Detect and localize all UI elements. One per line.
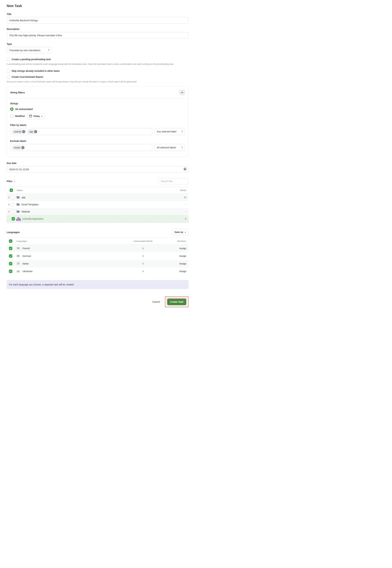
cost-estimate-checkbox-label[interactable]: Create Cost Estimate Report bbox=[12, 76, 43, 78]
cost-estimate-helper-text: Once you create a task, a Cost Estimate … bbox=[7, 80, 189, 83]
members-column-header: Members bbox=[166, 240, 186, 242]
language-code-badge: IT bbox=[16, 262, 20, 265]
language-untranslated-words: 6 bbox=[120, 247, 166, 250]
modified-radio-label[interactable]: Modified bbox=[15, 115, 25, 117]
search-files-input[interactable] bbox=[158, 178, 189, 184]
language-untranslated-words: 9 bbox=[120, 255, 166, 257]
filter-labels-input[interactable]: android app bbox=[10, 128, 152, 135]
language-code-badge: DE bbox=[16, 255, 20, 258]
string-filters-panel: String filters Strings All untranslated … bbox=[7, 86, 189, 157]
cost-estimate-checkbox[interactable] bbox=[7, 75, 10, 79]
language-checkbox[interactable] bbox=[9, 270, 12, 273]
collapse-panel-button[interactable] bbox=[179, 89, 185, 95]
remove-label-icon[interactable] bbox=[34, 130, 37, 133]
create-task-button[interactable]: Create Task bbox=[167, 299, 186, 305]
label-chip-text: emails bbox=[14, 146, 20, 149]
language-checkbox[interactable] bbox=[9, 247, 12, 250]
title-field-group: Title bbox=[7, 13, 189, 23]
file-row: app 45 bbox=[7, 194, 189, 201]
file-checkbox[interactable] bbox=[11, 203, 14, 206]
expand-folder-icon[interactable] bbox=[8, 211, 11, 213]
folder-icon bbox=[17, 203, 20, 206]
file-checkbox[interactable] bbox=[11, 196, 14, 199]
languages-title: Languages bbox=[7, 231, 20, 233]
json-format-badge: JSON bbox=[16, 219, 21, 221]
proofreading-checkbox[interactable] bbox=[7, 58, 10, 61]
type-select-value: Translate by own translators bbox=[9, 49, 40, 52]
file-words: 45 bbox=[184, 196, 186, 199]
type-label: Type bbox=[7, 43, 189, 45]
description-input[interactable] bbox=[7, 32, 189, 38]
file-name: Email Templates bbox=[22, 203, 39, 206]
save-as-button[interactable]: Save as bbox=[172, 229, 189, 235]
string-filters-body: Strings All untranslated Modified Today bbox=[7, 99, 188, 157]
exclude-labels-block: Exclude labels emails All selected label… bbox=[10, 140, 185, 151]
type-select[interactable]: Translate by own translators bbox=[7, 47, 52, 53]
filter-labels-mode-select[interactable]: Any selected label bbox=[154, 128, 185, 135]
proofreading-helper-text: A proofreading task will be created for … bbox=[7, 63, 189, 66]
assign-link[interactable]: Assign bbox=[179, 255, 186, 257]
remove-label-icon[interactable] bbox=[22, 130, 25, 133]
languages-info-banner: For each language you choose, a separate… bbox=[7, 280, 189, 289]
expand-folder-icon[interactable] bbox=[8, 204, 11, 205]
due-date-input[interactable] bbox=[7, 166, 189, 173]
language-checkbox[interactable] bbox=[9, 262, 12, 265]
title-input[interactable] bbox=[7, 17, 189, 23]
exclude-labels-input[interactable]: emails bbox=[10, 144, 152, 151]
label-chip: android bbox=[12, 130, 26, 134]
modified-radio-row: Modified Today bbox=[10, 113, 185, 119]
assign-link[interactable]: Assign bbox=[179, 247, 186, 250]
proofreading-checkbox-row: Create a pending proofreading task bbox=[7, 58, 189, 61]
string-filters-title: String filters bbox=[10, 91, 25, 94]
highlight-annotation: Create Task bbox=[165, 296, 189, 307]
language-checkbox[interactable] bbox=[9, 254, 12, 258]
assign-link[interactable]: Assign bbox=[179, 262, 186, 265]
cost-estimate-checkbox-row: Create Cost Estimate Report bbox=[7, 75, 189, 79]
language-row: ук Ukrainian 9 Assign bbox=[7, 267, 189, 275]
language-name: Italian bbox=[22, 262, 29, 265]
modified-range-value: Today bbox=[33, 115, 40, 117]
filter-by-labels-block: Filter by labels android app Any sel bbox=[10, 124, 185, 135]
title-label: Title bbox=[7, 13, 189, 15]
string-filters-header: String filters bbox=[7, 86, 188, 98]
label-chip: emails bbox=[12, 145, 25, 150]
all-untranslated-radio-label[interactable]: All untranslated bbox=[15, 108, 33, 110]
language-untranslated-words: 9 bbox=[120, 270, 166, 273]
skip-strings-checkbox-label[interactable]: Skip strings already included in other t… bbox=[12, 70, 60, 72]
modified-range-button[interactable]: Today bbox=[27, 113, 45, 119]
label-chip-text: android bbox=[14, 131, 21, 133]
select-all-languages-checkbox[interactable] bbox=[9, 239, 12, 243]
expand-folder-icon[interactable] bbox=[8, 196, 11, 198]
exclude-labels-mode-select[interactable]: All selected labels bbox=[154, 144, 185, 151]
exclude-labels-label: Exclude labels bbox=[10, 140, 185, 142]
due-date-field-group: Due date bbox=[7, 162, 189, 173]
json-file-icon: JSON bbox=[17, 217, 20, 220]
skip-strings-checkbox[interactable] bbox=[7, 69, 10, 73]
cancel-button[interactable]: Cancel bbox=[152, 300, 160, 304]
calendar-icon[interactable] bbox=[184, 167, 186, 171]
remove-label-icon[interactable] bbox=[21, 146, 24, 149]
select-carets-icon bbox=[181, 130, 183, 133]
exclude-labels-mode-value: All selected labels bbox=[157, 146, 176, 149]
file-checkbox[interactable] bbox=[11, 210, 14, 213]
proofreading-checkbox-label[interactable]: Create a pending proofreading task bbox=[12, 58, 51, 61]
file-name: app bbox=[22, 196, 25, 199]
all-untranslated-radio[interactable] bbox=[10, 107, 14, 111]
file-name: Website bbox=[22, 210, 30, 213]
page-title: New Task bbox=[7, 4, 189, 8]
select-all-files-checkbox[interactable] bbox=[10, 189, 13, 192]
language-code-badge: ук bbox=[16, 270, 20, 273]
folder-icon bbox=[17, 196, 20, 199]
description-field-group: Description bbox=[7, 28, 189, 38]
select-carets-icon bbox=[48, 49, 50, 52]
language-name: French bbox=[22, 247, 30, 250]
assign-link[interactable]: Assign bbox=[179, 270, 186, 273]
file-checkbox[interactable] bbox=[12, 217, 15, 220]
file-words: - bbox=[185, 203, 186, 206]
file-words: 9 bbox=[185, 218, 186, 220]
modified-radio[interactable] bbox=[10, 115, 14, 118]
file-name: Umbrella Application bbox=[22, 218, 43, 220]
select-carets-icon bbox=[181, 146, 183, 149]
filter-by-labels-label: Filter by labels bbox=[10, 124, 185, 126]
languages-table: Languages Untranslated Words Members FR … bbox=[7, 238, 189, 275]
